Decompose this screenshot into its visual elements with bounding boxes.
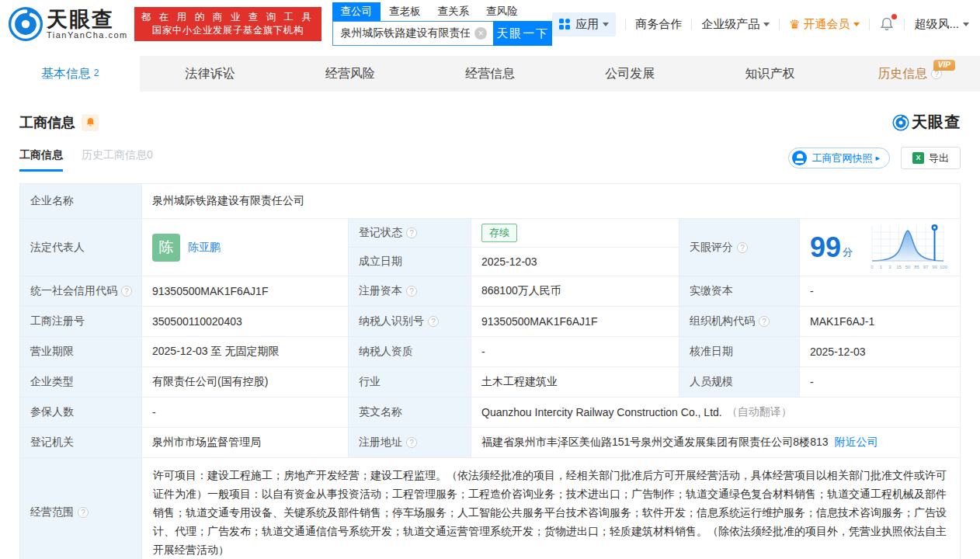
subtab-history-business-info[interactable]: 历史工商信息0 xyxy=(82,148,153,172)
tab-basic-info[interactable]: 基本信息 2 xyxy=(0,56,140,92)
approval-date-value: 2025-12-03 xyxy=(800,337,960,367)
svg-text:85: 85 xyxy=(914,265,919,269)
divider xyxy=(625,19,626,30)
export-button[interactable]: X 导出 xyxy=(901,147,961,169)
industry-label: 行业 xyxy=(349,367,471,398)
help-icon[interactable]: ? xyxy=(428,316,439,327)
legal-rep-link[interactable]: 陈亚鹏 xyxy=(188,241,221,255)
table-row: 参保人数 - 英文名称 Quanzhou Intercity Railway C… xyxy=(20,398,960,428)
reg-authority-label: 登记机关 xyxy=(20,428,142,458)
help-icon[interactable]: ? xyxy=(406,286,417,297)
search-tab-relation[interactable]: 查关系 xyxy=(429,2,478,21)
svg-text:50: 50 xyxy=(905,265,911,269)
help-icon[interactable]: ? xyxy=(78,507,89,518)
reg-address-cell: 福建省泉州市丰泽区美仙路151号泉州交通发展集团有限责任公司8楼813 附近公司 xyxy=(471,428,960,458)
industry-value: 土木工程建筑业 xyxy=(471,367,679,398)
subtab-business-info[interactable]: 工商信息 xyxy=(19,148,63,172)
help-icon[interactable]: ? xyxy=(406,437,417,448)
svg-text:3: 3 xyxy=(888,265,891,269)
tab-legal-litigation[interactable]: 法律诉讼 xyxy=(140,56,280,92)
table-row: 统一社会信用代码 ? 91350500MAK1F6AJ1F 注册资本 ? 868… xyxy=(20,276,960,307)
company-type-value: 有限责任公司(国有控股) xyxy=(142,367,349,398)
slogan-banner: 都 在 用 的 商 业 查 询 工 具 国家中小企业发展子基金旗下机构 xyxy=(134,7,321,41)
score-value: 99 xyxy=(810,234,841,262)
taxpayer-qualification-value: - xyxy=(471,337,679,367)
org-code-value: MAK1F6AJ-1 xyxy=(800,307,960,337)
reg-address-value: 福建省泉州市丰泽区美仙路151号泉州交通发展集团有限责任公司8楼813 xyxy=(481,436,829,450)
search-input[interactable] xyxy=(332,21,494,46)
approval-date-label: 核准日期 xyxy=(679,337,800,367)
subscribe-bell-icon[interactable] xyxy=(82,114,99,131)
tab-history-info-label: 历史信息 xyxy=(877,66,927,82)
search-tab-company[interactable]: 查公司 xyxy=(332,2,381,21)
reg-capital-value: 868100万人民币 xyxy=(471,276,679,307)
menu-super-risk-label: 超级风... xyxy=(914,17,959,32)
notification-bell-icon[interactable] xyxy=(879,16,895,32)
business-scope-value: 许可项目：建设工程施工；房地产开发经营；建设工程监理。（依法须经批准的项目，经相… xyxy=(142,458,960,559)
watermark-text: 天眼查 xyxy=(912,112,961,133)
taxpayer-id-label: 纳税人识别号 xyxy=(359,314,424,328)
tianyancha-watermark-icon xyxy=(892,114,909,131)
score-label: 天眼评分 xyxy=(690,241,733,255)
english-name-value: Quanzhou Intercity Railway Construction … xyxy=(481,406,722,418)
search-tab-boss[interactable]: 查老板 xyxy=(381,2,429,21)
tianyancha-logo[interactable]: 天眼查 TianYanCha.com xyxy=(8,6,128,42)
menu-apps[interactable]: 应用 xyxy=(552,12,616,36)
table-row: 经营范围 ? 许可项目：建设工程施工；房地产开发经营；建设工程监理。（依法须经批… xyxy=(20,458,960,559)
tab-operation-risk[interactable]: 经营风险 xyxy=(280,56,420,92)
score-unit: 分 xyxy=(843,245,853,259)
export-button-label: 导出 xyxy=(929,151,949,165)
menu-enterprise[interactable]: 企业级产品 xyxy=(701,17,770,32)
company-nav-tabs: 基本信息 2 法律诉讼 经营风险 经营信息 公司发展 知识产权 VIP 历史信息… xyxy=(0,56,980,92)
section-title: 工商信息 xyxy=(19,113,75,132)
credit-code-label-cell: 统一社会信用代码 ? xyxy=(20,276,142,307)
tab-basic-info-label: 基本信息 xyxy=(41,66,91,82)
status-badge: 存续 xyxy=(481,224,517,242)
tianyancha-watermark: 天眼查 xyxy=(892,112,961,133)
reg-capital-label-cell: 注册资本 ? xyxy=(349,276,471,307)
help-icon[interactable]: ? xyxy=(121,286,132,297)
search-button[interactable]: 天眼一下 xyxy=(493,21,552,46)
slogan-line1: 都 在 用 的 商 业 查 询 工 具 xyxy=(141,11,315,24)
reg-address-label-cell: 注册地址 ? xyxy=(349,428,471,458)
menu-open-member[interactable]: ♛ 开通会员 xyxy=(789,17,860,32)
establish-date-value: 2025-12-03 xyxy=(471,248,679,276)
table-row: 登记机关 泉州市市场监督管理局 注册地址 ? 福建省泉州市丰泽区美仙路151号泉… xyxy=(20,428,960,458)
crown-icon: ♛ xyxy=(789,17,800,32)
legal-rep-avatar[interactable]: 陈 xyxy=(152,234,180,262)
menu-member-label: 开通会员 xyxy=(803,17,850,32)
svg-text:0: 0 xyxy=(871,265,874,269)
score-chart-cell: 99 分 xyxy=(800,219,960,276)
credit-code-value: 91350500MAK1F6AJ1F xyxy=(142,276,349,307)
company-type-label: 企业类型 xyxy=(20,367,142,398)
english-name-label: 英文名称 xyxy=(349,398,471,428)
help-icon[interactable]: ? xyxy=(759,316,770,327)
help-icon[interactable]: ? xyxy=(406,227,417,238)
divider xyxy=(869,19,870,30)
table-row: 工商注册号 350500110020403 纳税人识别号 ? 91350500M… xyxy=(20,307,960,337)
business-scope-label: 经营范围 xyxy=(30,505,74,519)
official-snapshot-button[interactable]: 工商官网快照 ▸ xyxy=(788,148,890,168)
menu-super-risk[interactable]: 超级风... xyxy=(914,17,969,32)
tab-company-development[interactable]: 公司发展 xyxy=(560,56,700,92)
svg-text:15: 15 xyxy=(896,265,902,269)
divider xyxy=(779,19,780,30)
paid-capital-value: - xyxy=(800,276,960,307)
insured-count-value: - xyxy=(142,398,349,428)
taxpayer-id-value: 91350500MAK1F6AJ1F xyxy=(471,307,679,337)
business-scope-label-cell: 经营范围 ? xyxy=(20,458,142,559)
search-tab-risk[interactable]: 查风险 xyxy=(478,2,526,21)
chevron-down-icon xyxy=(763,23,770,26)
help-icon[interactable]: ? xyxy=(737,242,748,253)
tab-operation-info[interactable]: 经营信息 xyxy=(420,56,560,92)
nearby-companies-link[interactable]: 附近公司 xyxy=(835,436,878,450)
tab-intellectual-property[interactable]: 知识产权 xyxy=(700,56,839,92)
snapshot-button-label: 工商官网快照 xyxy=(811,151,872,165)
legal-rep-cell: 陈 陈亚鹏 xyxy=(142,219,349,276)
business-info-table: 企业名称 泉州城际铁路建设有限责任公司 法定代表人 陈 陈亚鹏 登记状态 ? 存… xyxy=(19,183,961,559)
tab-history-info[interactable]: VIP 历史信息 ? xyxy=(840,56,980,92)
arrow-right-icon: ▸ xyxy=(875,153,880,163)
menu-enterprise-label: 企业级产品 xyxy=(701,17,759,32)
menu-cooperation[interactable]: 商务合作 xyxy=(635,17,682,32)
business-term-value: 2025-12-03 至 无固定期限 xyxy=(142,337,349,367)
